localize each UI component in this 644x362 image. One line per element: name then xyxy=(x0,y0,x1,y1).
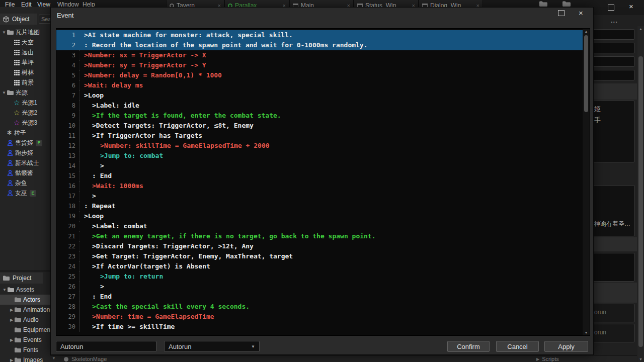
script-line[interactable]: 17> xyxy=(56,191,583,201)
script-line[interactable]: 25>Jump to: return xyxy=(56,272,583,282)
dialog-close-button[interactable]: × xyxy=(579,9,583,17)
script-line[interactable]: 24>If ActorVar(target) is Absent xyxy=(56,261,583,272)
script-line[interactable]: 19>Loop xyxy=(56,211,583,221)
script-line[interactable]: 30>If time >= skillTime xyxy=(56,322,583,332)
script-line[interactable]: 15: End xyxy=(56,171,583,181)
object-item-7[interactable]: ☆光源1 xyxy=(0,98,50,108)
menu-file[interactable]: File xyxy=(5,1,15,7)
script-line[interactable]: 1>AI state machine for monster: attack, … xyxy=(56,30,583,40)
trigger-type-select[interactable]: Autorun ▼ xyxy=(164,341,260,352)
script-line[interactable]: 27: End xyxy=(56,292,583,302)
object-item-1[interactable]: 天空 xyxy=(0,37,50,47)
tab-parallax[interactable]: Parallax× xyxy=(224,0,289,7)
expander-down-icon[interactable]: ▼ xyxy=(1,90,7,95)
object-item-11[interactable]: 售货姬E xyxy=(0,138,50,148)
project-item-audio[interactable]: ▶Audio xyxy=(0,315,50,325)
script-line[interactable]: 8>Label: idle xyxy=(56,101,583,111)
script-line[interactable]: 9>If the target is found, enter the comb… xyxy=(56,111,583,121)
menu-view[interactable]: View xyxy=(37,1,50,7)
toolbar-folder-icon-1[interactable] xyxy=(539,1,547,7)
object-item-5[interactable]: 前景 xyxy=(0,77,50,87)
confirm-button[interactable]: Confirm xyxy=(447,341,490,352)
script-line[interactable]: 26> xyxy=(56,282,583,292)
script-line[interactable]: 20>Label: combat xyxy=(56,221,583,231)
script-line[interactable]: 29>Number: time = GameElapsedTime xyxy=(56,312,583,322)
editor-scroll-up-icon[interactable]: ▲ xyxy=(583,30,590,33)
script-line[interactable]: 22>Discard Targets: TriggerActor, >12t, … xyxy=(56,241,583,251)
tab-close-icon[interactable]: × xyxy=(280,3,286,7)
expander-right-icon[interactable]: ▶ xyxy=(9,338,15,342)
project-item-images[interactable]: ▶Images xyxy=(0,355,50,362)
tab-close-icon[interactable]: × xyxy=(215,3,221,7)
menu-edit[interactable]: Edit xyxy=(21,1,32,7)
object-search-input[interactable] xyxy=(39,15,50,24)
expander-right-icon[interactable]: ▶ xyxy=(9,308,15,312)
script-line[interactable]: 10>Detect Targets: TriggerActor, ≤8t, En… xyxy=(56,121,583,131)
tab-close-icon[interactable]: × xyxy=(409,3,415,7)
event-script-editor[interactable]: 1>AI state machine for monster: attack, … xyxy=(56,28,590,336)
scripts-item[interactable]: ▶ Scripts xyxy=(536,356,559,362)
project-item-equipment[interactable]: Equipment xyxy=(0,325,50,335)
object-item-4[interactable]: 树林 xyxy=(0,67,50,77)
scroll-up-icon[interactable]: ▲ xyxy=(637,27,644,31)
object-item-6[interactable]: ▼光源 xyxy=(0,87,50,98)
event-name-input[interactable] xyxy=(56,341,156,352)
script-line[interactable]: 6>Wait: delay ms xyxy=(56,80,583,90)
tab-close-icon[interactable]: × xyxy=(344,3,350,7)
script-line[interactable]: 7>Loop xyxy=(56,90,583,101)
window-maximize-button[interactable] xyxy=(608,5,614,11)
project-item-animations[interactable]: ▶Animations xyxy=(0,305,50,315)
right-panel-scrollbar[interactable]: ▲ ▼ xyxy=(637,26,644,362)
script-line[interactable]: 3>Number: sx = TriggerActor -> X xyxy=(56,50,583,60)
apply-button[interactable]: Apply xyxy=(544,341,588,352)
cancel-button[interactable]: Cancel xyxy=(496,341,539,352)
toolbar-folder-icon-2[interactable] xyxy=(562,1,571,7)
dialog-maximize-button[interactable] xyxy=(558,10,565,16)
object-item-9[interactable]: ☆光源3 xyxy=(0,118,50,128)
object-item-8[interactable]: ☆光源2 xyxy=(0,108,50,118)
right-scrollbar-thumb[interactable] xyxy=(638,56,643,347)
skeletonmage-item[interactable]: SkeletonMage xyxy=(64,356,107,362)
object-item-13[interactable]: 新米战士 xyxy=(0,158,50,168)
object-item-15[interactable]: 杂鱼 xyxy=(0,178,50,188)
tab-tavern[interactable]: Tavern× xyxy=(166,0,224,7)
script-line[interactable]: 18: Repeat xyxy=(56,201,583,211)
script-line[interactable]: 4>Number: sy = TriggerActor -> Y xyxy=(56,60,583,70)
expander-right-icon[interactable]: ▶ xyxy=(9,358,15,362)
menu-window[interactable]: Window xyxy=(57,1,79,7)
editor-scroll-down-icon[interactable]: ▼ xyxy=(583,331,590,334)
tab-close-icon[interactable]: × xyxy=(473,3,479,7)
project-item-actors[interactable]: Actors xyxy=(0,295,50,305)
project-item-fonts[interactable]: Fonts xyxy=(0,345,50,355)
object-item-0[interactable]: ▼瓦片地图 xyxy=(0,27,50,37)
object-item-12[interactable]: 跑步姬 xyxy=(0,148,50,158)
script-line[interactable]: 12>Number: skillTime = GameElapsedTime +… xyxy=(56,141,583,151)
script-line[interactable]: 21>Get an enemy target, if there is no t… xyxy=(56,231,583,241)
project-item-events[interactable]: ▶Events xyxy=(0,335,50,345)
script-line[interactable]: 5>Number: delay = Random[0,1) * 1000 xyxy=(56,70,583,80)
script-line[interactable]: 28>Cast the special skill every 4 second… xyxy=(56,302,583,312)
script-line[interactable]: 11>If TriggerActor has Targets xyxy=(56,131,583,141)
more-options-button[interactable]: ... xyxy=(611,17,618,24)
object-item-3[interactable]: 草坪 xyxy=(0,57,50,67)
tab-dialog_win[interactable]: Dialog_Win× xyxy=(419,0,483,7)
editor-scrollbar-thumb[interactable] xyxy=(584,35,588,112)
expander-down-icon[interactable]: ▼ xyxy=(1,30,7,35)
tab-main[interactable]: Main× xyxy=(289,0,354,7)
window-close-button[interactable]: × xyxy=(629,3,633,10)
object-item-14[interactable]: 骷髅酱 xyxy=(0,168,50,178)
collapse-arrow-icon[interactable]: ▼ xyxy=(52,356,56,360)
object-item-10[interactable]: ❄粒子 xyxy=(0,128,50,138)
expander-right-icon[interactable]: ▶ xyxy=(9,318,15,322)
script-line[interactable]: 23>Get Target: TriggerActor, Enemy, MaxT… xyxy=(56,251,583,261)
object-item-16[interactable]: 女巫E xyxy=(0,188,50,198)
tab-project[interactable]: Project xyxy=(0,273,43,284)
object-item-2[interactable]: 远山 xyxy=(0,47,50,57)
tab-object[interactable]: Object xyxy=(0,14,37,25)
project-item-assets[interactable]: ▼Assets xyxy=(0,285,50,295)
script-line[interactable]: 16>Wait: 1000ms xyxy=(56,181,583,191)
expander-down-icon[interactable]: ▼ xyxy=(2,288,8,292)
scroll-down-icon[interactable]: ▼ xyxy=(637,357,644,361)
menu-help[interactable]: Help xyxy=(83,1,95,7)
tab-status_win[interactable]: Status_Win× xyxy=(354,0,419,7)
